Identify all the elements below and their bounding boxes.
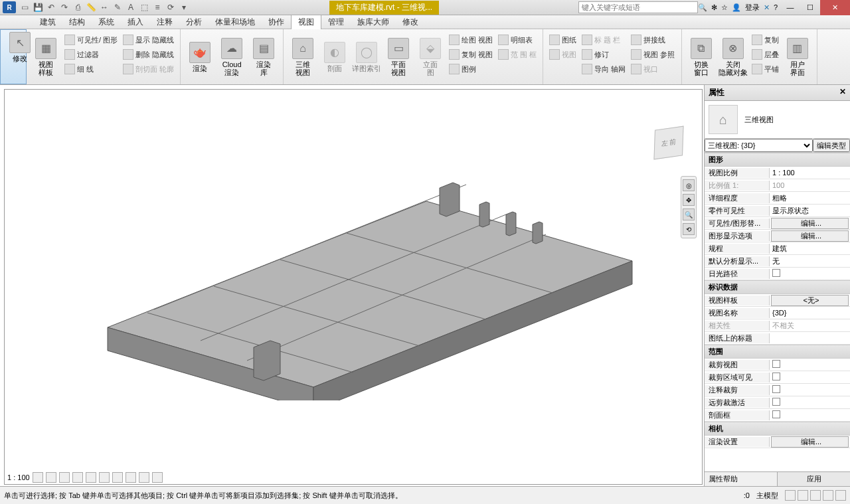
qat-sync-icon[interactable]: ⟳ xyxy=(165,1,177,13)
instance-dropdown[interactable]: 三维视图: {3D} xyxy=(705,139,813,152)
schedules-button[interactable]: 明细表 xyxy=(498,33,537,47)
menu-architecture[interactable]: 建筑 xyxy=(33,15,62,29)
app-icon[interactable]: R xyxy=(3,1,16,13)
prop-section-box[interactable]: 剖面框 xyxy=(705,409,850,422)
menu-analyze[interactable]: 分析 xyxy=(179,15,209,29)
search-icon[interactable]: 🔍 xyxy=(698,3,707,12)
prop-annotation-crop[interactable]: 注释裁剪 xyxy=(705,384,850,396)
cascade-button[interactable]: 层叠 xyxy=(752,47,779,62)
thin-lines-button[interactable]: 细 线 xyxy=(64,62,118,76)
nav-pan-icon[interactable]: ✥ xyxy=(683,194,695,206)
duplicate-view-button[interactable]: 复制 视图 xyxy=(449,47,493,62)
nav-orbit-icon[interactable]: ⟲ xyxy=(683,223,695,235)
checkbox-icon[interactable] xyxy=(772,269,780,277)
sb-icon-1[interactable] xyxy=(785,490,796,501)
prop-crop-view[interactable]: 裁剪视图 xyxy=(705,359,850,371)
qat-3d-icon[interactable]: ⬚ xyxy=(138,1,150,13)
prop-default-analysis[interactable]: 默认分析显示...无 xyxy=(705,255,850,268)
exchange-icon[interactable]: ✕ xyxy=(764,3,770,12)
plan-view-button[interactable]: ▭平面 视图 xyxy=(382,31,414,82)
menu-manage[interactable]: 管理 xyxy=(321,15,351,29)
user-icon[interactable]: 👤 xyxy=(732,3,741,12)
section-camera[interactable]: 相机 xyxy=(705,422,850,436)
qat-more-icon[interactable]: ▾ xyxy=(178,1,190,13)
nav-wheel-icon[interactable]: ◎ xyxy=(683,179,695,191)
tile-button[interactable]: 平铺 xyxy=(752,62,779,76)
switch-windows-button[interactable]: ⧉切换 窗口 xyxy=(685,31,717,82)
ui-button[interactable]: ▥用户 界面 xyxy=(782,31,813,82)
prop-discipline[interactable]: 规程建筑 xyxy=(705,242,850,255)
render-dialog-icon[interactable] xyxy=(86,472,96,483)
replicate-button[interactable]: 复制 xyxy=(752,33,779,47)
menu-family[interactable]: 族库大师 xyxy=(351,15,396,29)
prop-render-settings[interactable]: 渲染设置编辑... xyxy=(705,436,850,448)
menu-annotate[interactable]: 注释 xyxy=(150,15,179,29)
menu-massing[interactable]: 体量和场地 xyxy=(209,15,262,29)
view-ref-button[interactable]: 视图 参照 xyxy=(631,47,675,62)
sb-icon-2[interactable] xyxy=(798,490,808,501)
legend-button[interactable]: 图例 xyxy=(449,62,493,76)
qat-open-icon[interactable]: ▭ xyxy=(19,1,31,13)
prop-parts-visibility[interactable]: 零件可见性显示原状态 xyxy=(705,205,850,217)
checkbox-icon[interactable] xyxy=(772,410,780,418)
detail-level-icon[interactable] xyxy=(33,472,43,483)
prop-crop-visible[interactable]: 裁剪区域可见 xyxy=(705,371,850,384)
close-hidden-button[interactable]: ⊗关闭 隐藏对象 xyxy=(717,31,749,82)
type-selector[interactable]: ⌂ 三维视图 xyxy=(705,101,850,139)
view-template-button[interactable]: ▦ 视图 样板 xyxy=(30,31,62,82)
qat-tag-icon[interactable]: ✎ xyxy=(112,1,124,13)
scale-label[interactable]: 1 : 100 xyxy=(7,473,30,481)
crop-icon[interactable] xyxy=(99,472,110,483)
shadows-icon[interactable] xyxy=(72,472,83,483)
prop-sheet-title[interactable]: 图纸上的标题 xyxy=(705,332,850,345)
menu-collaborate[interactable]: 协作 xyxy=(262,15,291,29)
close-panel-icon[interactable]: ✕ xyxy=(839,87,846,98)
minimize-button[interactable]: — xyxy=(780,0,800,15)
checkbox-icon[interactable] xyxy=(772,398,780,406)
checkbox-icon[interactable] xyxy=(772,373,780,380)
section-graphics[interactable]: 图形 xyxy=(705,153,850,167)
menu-insert[interactable]: 插入 xyxy=(121,15,150,29)
matchline-button[interactable]: 拼接线 xyxy=(631,33,675,47)
section-extent[interactable]: 范围 xyxy=(705,345,850,359)
render-gallery-button[interactable]: ▤渲染 库 xyxy=(248,31,280,82)
status-filter[interactable]: 主模型 xyxy=(756,491,778,501)
maximize-button[interactable]: ☐ xyxy=(800,0,820,15)
qat-section-icon[interactable]: ≡ xyxy=(151,1,163,13)
properties-help-link[interactable]: 属性帮助 xyxy=(705,472,777,486)
filters-button[interactable]: 过滤器 xyxy=(64,47,118,62)
prop-sun-path[interactable]: 日光路径 xyxy=(705,268,850,280)
revision-button[interactable]: 修订 xyxy=(582,47,626,62)
elevation-button[interactable]: ⬙立面 图 xyxy=(414,31,446,82)
prop-visibility-override[interactable]: 可见性/图形替...编辑... xyxy=(705,217,850,230)
callout-button[interactable]: ◯详图索引 xyxy=(351,31,382,82)
menu-structure[interactable]: 结构 xyxy=(62,15,92,29)
apply-button[interactable]: 应用 xyxy=(777,472,850,486)
qat-dim-icon[interactable]: ↔ xyxy=(98,1,110,13)
menu-view[interactable]: 视图 xyxy=(291,15,321,29)
remove-hidden-button[interactable]: 删除 隐藏线 xyxy=(123,47,174,62)
checkbox-icon[interactable] xyxy=(772,385,780,393)
prop-graphic-display[interactable]: 图形显示选项编辑... xyxy=(705,230,850,242)
prop-far-clip[interactable]: 远剪裁激活 xyxy=(705,396,850,409)
render-button[interactable]: 🫖渲染 xyxy=(184,31,216,82)
section-identity[interactable]: 标识数据 xyxy=(705,280,850,294)
3d-viewport[interactable]: 左 前 ◎ ✥ 🔍 ⟲ 1 : 100 xyxy=(4,89,703,485)
prop-detail-level[interactable]: 详细程度粗略 xyxy=(705,192,850,205)
visual-style-icon[interactable] xyxy=(46,472,56,483)
3d-view-button[interactable]: ⌂三维 视图 xyxy=(287,31,319,82)
show-hidden-button[interactable]: 显示 隐藏线 xyxy=(123,33,174,47)
section-button[interactable]: ◐剖面 xyxy=(319,31,351,82)
guide-grid-button[interactable]: 导向 轴网 xyxy=(582,62,626,76)
sb-icon-4[interactable] xyxy=(823,490,833,501)
qat-print-icon[interactable]: ⎙ xyxy=(72,1,84,13)
search-input[interactable] xyxy=(578,1,698,13)
sb-icon-3[interactable] xyxy=(810,490,821,501)
comm-icon[interactable]: ✻ xyxy=(711,3,717,12)
crop-region-icon[interactable] xyxy=(112,472,123,483)
qat-text-icon[interactable]: A xyxy=(125,1,137,13)
help-icon[interactable]: ? xyxy=(774,3,778,11)
view-cube[interactable]: 左 前 xyxy=(649,123,689,163)
login-label[interactable]: 登录 xyxy=(745,3,760,13)
drafting-view-button[interactable]: 绘图 视图 xyxy=(449,33,493,47)
